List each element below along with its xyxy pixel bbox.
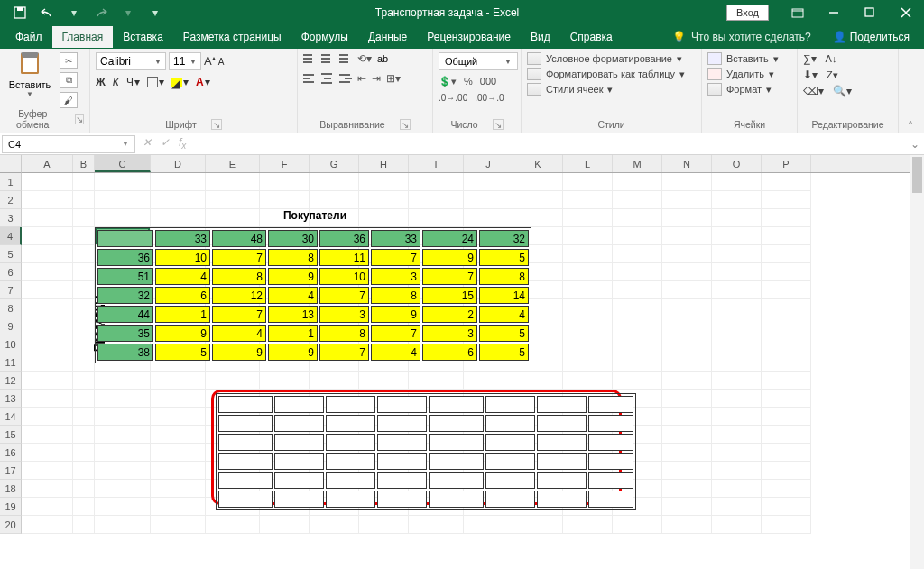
cell[interactable] — [359, 173, 409, 191]
signin-button[interactable]: Вход — [726, 5, 769, 21]
qat-customize-icon[interactable]: ▾ — [143, 2, 168, 23]
col-header-F[interactable]: F — [260, 155, 310, 172]
cell[interactable] — [563, 263, 613, 281]
cell[interactable] — [22, 390, 73, 408]
cell[interactable] — [662, 516, 712, 534]
cell[interactable] — [513, 191, 563, 209]
col-header-N[interactable]: N — [662, 155, 712, 172]
col-header-L[interactable]: L — [563, 155, 613, 172]
scroll-thumb[interactable] — [912, 157, 922, 193]
cell[interactable] — [613, 191, 662, 209]
cell[interactable] — [409, 191, 464, 209]
cell[interactable] — [22, 498, 73, 516]
cell[interactable] — [613, 281, 662, 299]
tell-me-search[interactable]: 💡 Что вы хотите сделать? — [665, 31, 818, 43]
cell[interactable] — [206, 173, 260, 191]
cell[interactable] — [712, 335, 762, 353]
cell[interactable] — [310, 173, 359, 191]
col-header-O[interactable]: O — [712, 155, 762, 172]
font-name-select[interactable]: Calibri▼ — [96, 52, 166, 70]
italic-button[interactable]: К — [113, 76, 119, 88]
currency-icon[interactable]: 💲▾ — [439, 76, 457, 87]
cell[interactable] — [613, 353, 662, 372]
cell[interactable] — [712, 372, 762, 390]
cell[interactable] — [513, 173, 563, 191]
format-cells-button[interactable]: Формат▾ — [707, 83, 791, 96]
cell[interactable] — [409, 516, 464, 534]
expand-formula-icon[interactable]: ⌄ — [906, 138, 924, 151]
row-header-18[interactable]: 18 — [0, 480, 22, 498]
cell[interactable] — [712, 281, 762, 299]
font-color-button[interactable]: A▾ — [196, 76, 210, 88]
cell[interactable] — [151, 444, 206, 462]
cell[interactable] — [151, 390, 206, 408]
tab-insert[interactable]: Вставка — [113, 26, 173, 48]
align-middle-icon[interactable] — [321, 53, 334, 64]
cell[interactable] — [151, 516, 206, 534]
cell[interactable] — [662, 462, 712, 480]
cell[interactable] — [662, 444, 712, 462]
cell[interactable] — [762, 191, 811, 209]
cell[interactable] — [95, 372, 151, 390]
cell[interactable] — [95, 191, 151, 209]
col-header-H[interactable]: H — [359, 155, 409, 172]
launcher-icon[interactable]: ↘ — [75, 114, 84, 124]
row-header-20[interactable]: 20 — [0, 516, 22, 534]
collapse-ribbon-icon[interactable]: ˄ — [899, 49, 922, 133]
row-header-16[interactable]: 16 — [0, 444, 22, 462]
cell[interactable] — [73, 462, 95, 480]
orientation-icon[interactable]: ⟲▾ — [357, 52, 372, 65]
cell[interactable] — [563, 173, 613, 191]
cell[interactable] — [662, 390, 712, 408]
launcher-icon[interactable]: ↘ — [400, 119, 411, 130]
cell[interactable] — [513, 209, 563, 227]
col-header-C[interactable]: C — [95, 155, 151, 172]
cell[interactable] — [22, 209, 73, 227]
cell[interactable] — [151, 191, 206, 209]
cell[interactable] — [563, 209, 613, 227]
cell[interactable] — [613, 516, 662, 534]
tab-data[interactable]: Данные — [358, 26, 417, 48]
cell[interactable] — [73, 209, 95, 227]
cell[interactable] — [662, 408, 712, 426]
cell[interactable] — [22, 299, 73, 317]
cell[interactable] — [762, 245, 811, 263]
cell[interactable] — [762, 173, 811, 191]
cell[interactable] — [22, 480, 73, 498]
cell[interactable] — [151, 408, 206, 426]
cell[interactable] — [662, 227, 712, 245]
cell[interactable] — [22, 516, 73, 534]
cut-icon[interactable]: ✂ — [60, 52, 78, 69]
cell[interactable] — [464, 372, 513, 390]
data-table[interactable]: 3348303633243236107811795514891037832612… — [95, 227, 531, 363]
number-format-select[interactable]: Общий▼ — [439, 52, 518, 70]
cell[interactable] — [95, 462, 151, 480]
cell[interactable] — [662, 263, 712, 281]
cell[interactable] — [260, 516, 310, 534]
vertical-scrollbar[interactable] — [910, 155, 924, 569]
insert-cells-button[interactable]: Вставить▾ — [707, 52, 791, 65]
cell[interactable] — [762, 317, 811, 335]
cell[interactable] — [206, 191, 260, 209]
cell[interactable] — [712, 317, 762, 335]
cell[interactable] — [712, 191, 762, 209]
cell[interactable] — [22, 263, 73, 281]
cell[interactable] — [662, 335, 712, 353]
cell[interactable] — [409, 173, 464, 191]
cell[interactable] — [95, 173, 151, 191]
cell[interactable] — [73, 173, 95, 191]
cell[interactable] — [563, 516, 613, 534]
percent-icon[interactable]: % — [464, 76, 473, 87]
cell[interactable] — [22, 335, 73, 353]
fill-icon[interactable]: ⬇▾ — [803, 69, 818, 81]
row-header-8[interactable]: 8 — [0, 299, 22, 317]
row-header-7[interactable]: 7 — [0, 281, 22, 299]
cell[interactable] — [22, 227, 73, 245]
cell[interactable] — [95, 408, 151, 426]
cell[interactable] — [151, 480, 206, 498]
cell[interactable] — [662, 209, 712, 227]
cell[interactable] — [762, 353, 811, 372]
cell[interactable] — [359, 191, 409, 209]
cell[interactable] — [206, 372, 260, 390]
cell[interactable] — [73, 390, 95, 408]
